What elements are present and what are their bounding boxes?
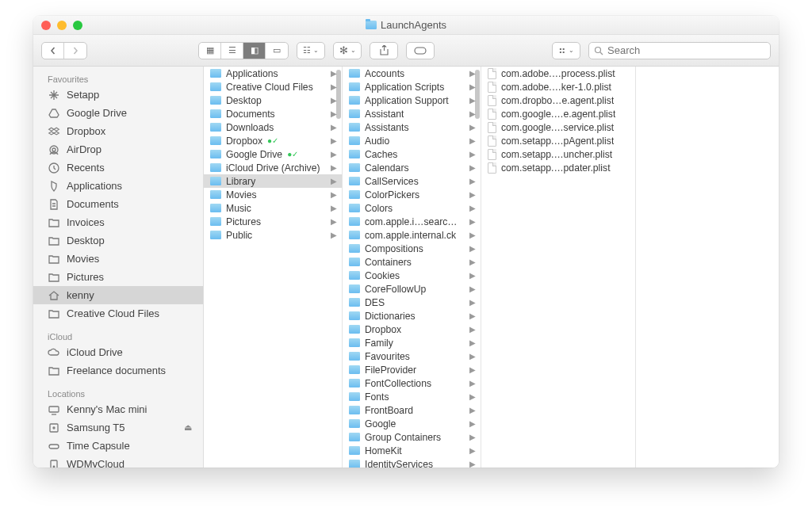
nas-icon [48, 458, 60, 468]
sidebar-item-documents[interactable]: Documents [33, 195, 203, 213]
sidebar-item-setapp[interactable]: Setapp [33, 86, 203, 104]
chevron-right-icon: ▶ [466, 365, 476, 374]
folder-row[interactable]: DES▶ [343, 296, 481, 309]
row-label: Colors [365, 203, 393, 214]
folder-row[interactable]: Pictures▶ [204, 215, 342, 228]
file-row[interactable]: com.adobe.…ker-1.0.plist [481, 80, 635, 94]
back-button[interactable] [42, 43, 64, 59]
dropbox-toolbar-button[interactable]: ⠶⌄ [552, 42, 580, 59]
sidebar-item-label: kenny [67, 289, 94, 301]
close-button[interactable] [41, 21, 51, 30]
folder-row[interactable]: Audio▶ [343, 134, 481, 147]
share-button[interactable] [370, 42, 398, 59]
file-row[interactable]: com.setapp.…uncher.plist [481, 147, 635, 161]
sidebar-item-movies[interactable]: Movies [33, 250, 203, 268]
folder-row[interactable]: Application Scripts▶ [343, 80, 481, 94]
zoom-button[interactable] [73, 21, 82, 30]
sidebar-item-label: Kenny's Mac mini [67, 403, 147, 415]
file-row[interactable]: com.dropbo…e.agent.plist [481, 94, 635, 107]
folder-row[interactable]: FileProvider▶ [343, 363, 481, 376]
sidebar-item-creative-cloud-files[interactable]: Creative Cloud Files [33, 304, 203, 323]
folder-row[interactable]: Downloads▶ [204, 120, 342, 134]
folder-row[interactable]: Containers▶ [343, 255, 481, 269]
tags-button[interactable] [406, 42, 435, 59]
folder-row[interactable]: IdentityServices▶ [343, 457, 481, 468]
file-row[interactable]: com.adobe.…process.plist [481, 67, 635, 80]
sidebar-item-google-drive[interactable]: Google Drive [33, 104, 203, 122]
sidebar-item-desktop[interactable]: Desktop [33, 231, 203, 250]
folder-row[interactable]: Calendars▶ [343, 161, 481, 174]
file-row[interactable]: com.setapp.…pAgent.plist [481, 134, 635, 147]
folder-row[interactable]: FontCollections▶ [343, 376, 481, 390]
folder-row[interactable]: CallServices▶ [343, 174, 481, 188]
file-row[interactable]: com.setapp.…pdater.plist [481, 161, 635, 174]
folder-row[interactable]: Dictionaries▶ [343, 309, 481, 323]
sidebar-item-wdmycloud[interactable]: WDMyCloud [33, 455, 203, 468]
file-row[interactable]: com.google.…service.plist [481, 120, 635, 134]
folder-row[interactable]: Assistant▶ [343, 107, 481, 120]
folder-icon [349, 217, 360, 226]
sidebar-item-pictures[interactable]: Pictures [33, 268, 203, 286]
folder-row[interactable]: Google▶ [343, 417, 481, 430]
folder-row[interactable]: Public▶ [204, 228, 342, 242]
folder-row[interactable]: Fonts▶ [343, 390, 481, 403]
folder-row[interactable]: HomeKit▶ [343, 444, 481, 457]
column-view-button[interactable]: ◧ [243, 43, 266, 59]
recents-icon [48, 162, 60, 174]
scrollbar[interactable] [336, 70, 341, 119]
folder-row[interactable]: Creative Cloud Files▶ [204, 80, 342, 94]
sidebar: FavouritesSetappGoogle DriveDropboxAirDr… [33, 67, 204, 468]
list-view-button[interactable]: ☰ [221, 43, 243, 59]
chevron-right-icon: ▶ [466, 446, 476, 455]
folder-row[interactable]: Dropbox●✓▶ [204, 134, 342, 147]
folder-row[interactable]: Applications▶ [204, 67, 342, 80]
folder-row[interactable]: Group Containers▶ [343, 430, 481, 444]
scrollbar[interactable] [475, 70, 480, 119]
folder-row[interactable]: Documents▶ [204, 107, 342, 120]
folder-row[interactable]: Google Drive●✓▶ [204, 147, 342, 161]
folder-row[interactable]: ColorPickers▶ [343, 188, 481, 201]
forward-button[interactable] [64, 43, 86, 59]
folder-row[interactable]: Application Support▶ [343, 94, 481, 107]
folder-row[interactable]: Movies▶ [204, 188, 342, 201]
sidebar-item-airdrop[interactable]: AirDrop [33, 140, 203, 158]
folder-row[interactable]: Colors▶ [343, 201, 481, 215]
folder-row[interactable]: Desktop▶ [204, 94, 342, 107]
sidebar-item-applications[interactable]: Applications [33, 177, 203, 195]
folder-row[interactable]: com.apple.i…searchpartyd▶ [343, 215, 481, 228]
sidebar-item-samsung-t5[interactable]: Samsung T5⏏ [33, 418, 203, 437]
search-field[interactable] [588, 42, 771, 59]
group-button[interactable]: ☷⌄ [297, 42, 325, 59]
gallery-view-button[interactable]: ▭ [266, 43, 288, 59]
folder-row[interactable]: iCloud Drive (Archive)▶ [204, 161, 342, 174]
folder-icon [210, 231, 221, 239]
folder-row[interactable]: Cookies▶ [343, 269, 481, 282]
sidebar-item-invoices[interactable]: Invoices [33, 213, 203, 231]
sidebar-item-time-capsule[interactable]: Time Capsule [33, 437, 203, 455]
action-button[interactable]: ✻⌄ [333, 42, 362, 59]
folder-row[interactable]: com.apple.internal.ck▶ [343, 228, 481, 242]
row-label: FontCollections [365, 378, 431, 389]
folder-row[interactable]: Accounts▶ [343, 67, 481, 80]
sidebar-item-kenny-s-mac-mini[interactable]: Kenny's Mac mini [33, 400, 203, 418]
sidebar-item-kenny[interactable]: kenny [33, 286, 203, 304]
sidebar-item-dropbox[interactable]: Dropbox [33, 122, 203, 140]
minimize-button[interactable] [57, 21, 67, 30]
sidebar-item-icloud-drive[interactable]: iCloud Drive [33, 343, 203, 361]
folder-row[interactable]: Library▶ [204, 174, 342, 188]
sidebar-item-freelance-documents[interactable]: Freelance documents [33, 361, 203, 380]
file-row[interactable]: com.google.…e.agent.plist [481, 107, 635, 120]
folder-row[interactable]: CoreFollowUp▶ [343, 282, 481, 296]
folder-row[interactable]: FrontBoard▶ [343, 403, 481, 417]
folder-row[interactable]: Family▶ [343, 336, 481, 349]
folder-row[interactable]: Caches▶ [343, 147, 481, 161]
folder-row[interactable]: Dropbox▶ [343, 323, 481, 336]
folder-row[interactable]: Music▶ [204, 201, 342, 215]
sidebar-item-recents[interactable]: Recents [33, 158, 203, 177]
folder-row[interactable]: Assistants▶ [343, 120, 481, 134]
search-input[interactable] [607, 44, 765, 56]
icon-view-button[interactable]: ▦ [199, 43, 221, 59]
folder-row[interactable]: Favourites▶ [343, 349, 481, 363]
eject-icon[interactable]: ⏏ [184, 422, 192, 433]
folder-row[interactable]: Compositions▶ [343, 242, 481, 255]
